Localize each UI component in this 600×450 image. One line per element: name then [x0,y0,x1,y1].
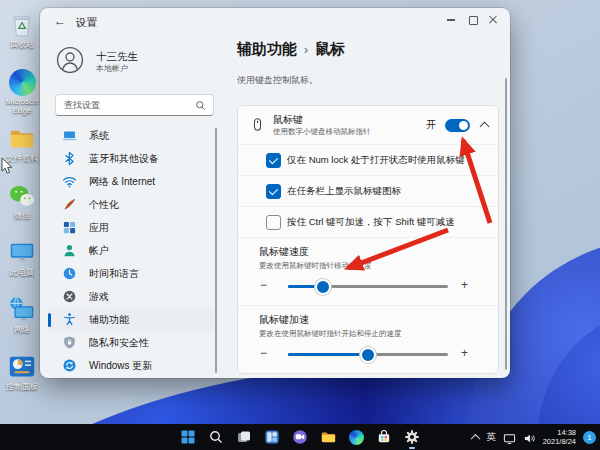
sidebar-item-label: 应用 [89,221,109,235]
desktop-icon-label: 控制面板 [6,382,38,391]
sidebar-item-time-language[interactable]: 时间和语言 [48,262,214,285]
gaming-icon [62,289,77,304]
system-icon [62,128,77,143]
mouse-keys-toggle[interactable] [445,119,470,132]
desktop-icon-this-pc[interactable]: 此电脑 [0,238,44,290]
back-button[interactable]: ← [54,14,66,28]
option-row[interactable]: 在任务栏上显示鼠标键图标 [238,175,498,206]
sidebar-nav: 系统 蓝牙和其他设备 网络 & Internet 个性化 [48,124,214,377]
tray-time: 14:38 [557,428,576,437]
sidebar-item-label: 时间和语言 [89,267,139,281]
desktop-icon-label: 网络 [14,325,30,334]
desktop-icon-network-places[interactable]: 网络 [0,295,44,347]
content-scrollbar[interactable] [505,78,508,370]
search-placeholder: 查找设置 [64,99,100,112]
privacy-icon [62,335,77,350]
breadcrumb-root[interactable]: 辅助功能 [237,40,297,57]
wechat-icon [7,181,37,211]
sidebar-item-gaming[interactable]: 游戏 [48,285,214,308]
clock[interactable]: 14:38 2021/8/24 [543,428,576,446]
taskbar-task-view-button[interactable] [233,426,255,448]
taskbar-settings-gear-button[interactable] [401,426,423,448]
settings-gear-icon [404,429,420,445]
widgets-icon [264,429,280,445]
taskbar-edge-button[interactable] [345,426,367,448]
search-taskbar-icon [208,429,224,445]
taskbar-chat-button[interactable] [289,426,311,448]
plus-button[interactable]: + [461,346,468,360]
sidebar-item-accessibility[interactable]: 辅助功能 [48,308,214,331]
content: 辅助功能›鼠标 使用键盘控制鼠标。 鼠标键 使用数字小键盘移动鼠标指针 开 仅在… [237,8,510,378]
sidebar-item-accounts[interactable]: 帐户 [48,239,214,262]
sidebar-item-label: 个性化 [89,198,119,212]
slider-description: 更改在使用鼠标键时指针开始和停止的速度 [259,329,498,339]
check-icon [268,186,277,195]
sidebar-item-label: 系统 [89,129,109,143]
chat-icon [292,429,308,445]
sidebar-item-apps[interactable]: 应用 [48,216,214,239]
taskbar-start-button[interactable] [177,426,199,448]
slider-thumb[interactable] [315,279,331,295]
option-label: 在任务栏上显示鼠标键图标 [287,185,401,198]
network-tray-icon[interactable] [503,431,516,444]
mouse-icon [250,117,265,132]
desktop-icon-wechat[interactable]: 微信 [0,181,44,233]
option-row[interactable]: 仅在 Num lock 处于打开状态时使用鼠标键 [238,144,498,175]
slider-description: 更改使用鼠标键时指针移动的速度 [259,261,498,271]
desktop-icon-edge[interactable]: Microsoft Edge [0,67,44,119]
slider-thumb[interactable] [360,347,376,363]
sidebar-item-label: 蓝牙和其他设备 [89,152,159,166]
plus-button[interactable]: + [461,278,468,292]
minus-button[interactable]: − [260,278,267,292]
check-icon [268,155,277,164]
tray-chevron-up-icon[interactable] [471,433,481,443]
desktop-icon-label: 此电脑 [10,268,34,277]
minus-button[interactable]: − [260,346,267,360]
sidebar-item-network[interactable]: 网络 & Internet [48,170,214,193]
search-input[interactable]: 查找设置 [55,94,214,116]
sidebar-item-bluetooth[interactable]: 蓝牙和其他设备 [48,147,214,170]
sidebar-item-label: 帐户 [89,244,109,258]
chevron-up-icon[interactable] [480,122,490,132]
sidebar-item-windows-update[interactable]: Windows 更新 [48,354,214,377]
sidebar-item-privacy[interactable]: 隐私和安全性 [48,331,214,354]
mouse-keys-header[interactable]: 鼠标键 使用数字小键盘移动鼠标指针 开 [238,106,498,144]
slider-line: − + [238,343,498,365]
option-row[interactable]: 按住 Ctrl 键可加速，按下 Shift 键可减速 [238,206,498,237]
sidebar-item-label: 网络 & Internet [89,175,155,189]
desktop: 回收站 Microsoft Edge 文件资料 微信 此电脑 [0,0,600,450]
sidebar-item-personalization[interactable]: 个性化 [48,193,214,216]
slider[interactable] [288,353,448,356]
sidebar-scrollbar[interactable] [215,128,218,373]
edge-icon [348,429,364,445]
task-view-icon [236,429,252,445]
recycle-bin-icon [7,10,37,40]
taskbar-file-explorer-button[interactable] [317,426,339,448]
checkbox[interactable] [266,153,281,168]
network-icon [62,174,77,189]
ime-indicator[interactable]: 英 [486,431,496,444]
desktop-icon-recycle-bin[interactable]: 回收站 [0,10,44,62]
store-icon [376,429,392,445]
checkbox[interactable] [266,184,281,199]
this-pc-icon [7,238,37,268]
sidebar-item-label: 辅助功能 [89,313,129,327]
start-icon [180,429,196,445]
taskbar-widgets-button[interactable] [261,426,283,448]
slider[interactable] [288,285,448,288]
toggle-state-label: 开 [426,118,436,132]
mouse-keys-description: 使用数字小键盘移动鼠标指针 [273,127,371,137]
sidebar: 十三先生 本地帐户 查找设置 系统 蓝牙和其他设备 [40,36,220,378]
sidebar-item-label: 隐私和安全性 [89,336,149,350]
accessibility-icon [62,312,77,327]
slider-line: − + [238,275,498,297]
desktop-icon-dashboard[interactable]: 控制面板 [0,352,44,404]
checkbox[interactable] [266,215,281,230]
sidebar-item-system[interactable]: 系统 [48,124,214,147]
notification-badge[interactable]: 1 [583,431,596,444]
volume-icon[interactable] [523,431,536,444]
dashboard-icon [7,352,37,382]
option-label: 仅在 Num lock 处于打开状态时使用鼠标键 [287,154,465,167]
taskbar-store-button[interactable] [373,426,395,448]
taskbar-search-taskbar-button[interactable] [205,426,227,448]
